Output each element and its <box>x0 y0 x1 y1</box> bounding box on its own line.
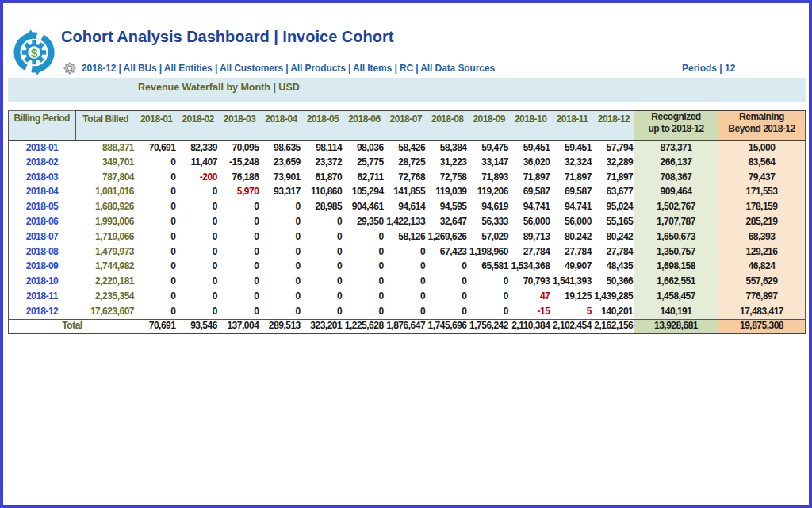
svg-text:$: $ <box>31 46 38 60</box>
